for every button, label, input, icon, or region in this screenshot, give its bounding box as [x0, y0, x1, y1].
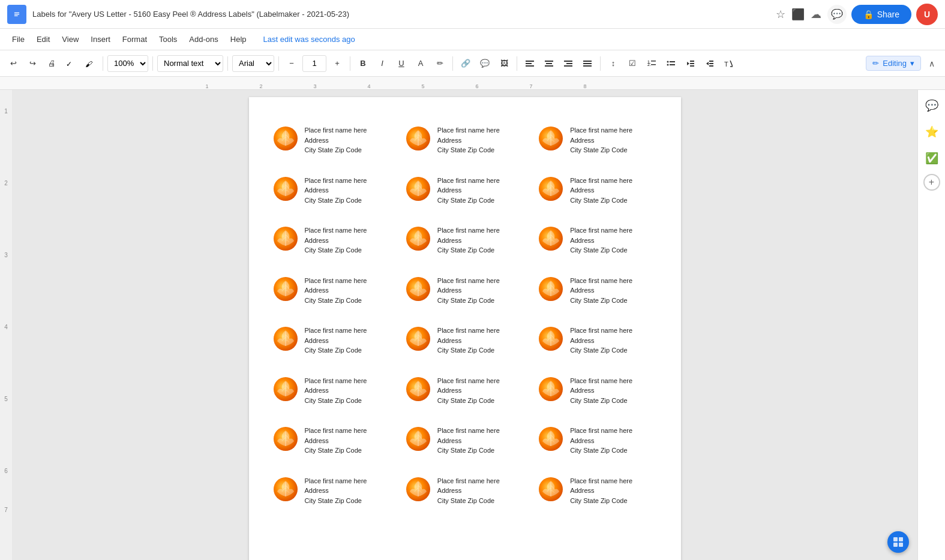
- label-cell-4-1[interactable]: Place first name here Address City State…: [398, 315, 531, 366]
- svg-rect-8: [526, 65, 534, 67]
- menu-format[interactable]: Format: [118, 32, 152, 46]
- label-icon-4-0: [272, 326, 299, 352]
- star-icon[interactable]: ☆: [776, 8, 785, 21]
- label-city-0-1: City State Zip Code: [437, 145, 500, 155]
- label-cell-6-0[interactable]: Place first name here Address City State…: [266, 416, 398, 466]
- paint-format-button[interactable]: 🖌: [82, 55, 98, 73]
- checklist-button[interactable]: ☑: [624, 55, 641, 73]
- menu-help[interactable]: Help: [226, 32, 251, 46]
- spellcheck-button[interactable]: ✓: [62, 55, 79, 73]
- label-cell-7-0[interactable]: Place first name here Address City State…: [266, 466, 398, 516]
- numbered-list-button[interactable]: 1.2.: [643, 55, 660, 73]
- label-address-2-2: Address: [570, 236, 632, 246]
- left-gutter: 1 2 3 4 5 6 7: [0, 90, 12, 560]
- insert-table-button[interactable]: [887, 531, 909, 553]
- label-text-7-1: Place first name here Address City State…: [437, 476, 500, 506]
- align-right-button[interactable]: [560, 55, 577, 73]
- font-size-increase-button[interactable]: +: [329, 55, 346, 73]
- menu-tools[interactable]: Tools: [154, 32, 182, 46]
- svg-rect-2: [14, 14, 19, 14]
- text-color-button[interactable]: A: [412, 55, 429, 73]
- label-cell-7-2[interactable]: Place first name here Address City State…: [531, 466, 664, 516]
- bulleted-list-button[interactable]: [662, 55, 679, 73]
- svg-rect-7: [526, 63, 532, 64]
- menu-file[interactable]: File: [7, 32, 29, 46]
- label-cell-5-1[interactable]: Place first name here Address City State…: [398, 366, 531, 416]
- style-select[interactable]: Normal text: [157, 55, 223, 72]
- divider-6: [452, 56, 453, 71]
- sidebar-add-button[interactable]: +: [923, 174, 940, 191]
- label-cell-3-0[interactable]: Place first name here Address City State…: [266, 266, 398, 316]
- page-number-7: 7: [0, 507, 12, 513]
- label-icon-1-1: [405, 176, 431, 202]
- print-button[interactable]: 🖨: [43, 55, 60, 73]
- label-name-2-0: Place first name here: [305, 225, 367, 236]
- label-cell-1-1[interactable]: Place first name here Address City State…: [398, 165, 531, 216]
- cloud-icon[interactable]: ☁: [811, 8, 821, 21]
- svg-rect-31: [709, 61, 713, 62]
- highlight-button[interactable]: ✏: [431, 55, 448, 73]
- redo-button[interactable]: ↪: [24, 55, 41, 73]
- label-cell-6-2[interactable]: Place first name here Address City State…: [531, 416, 664, 466]
- label-cell-7-1[interactable]: Place first name here Address City State…: [398, 466, 531, 516]
- svg-rect-6: [526, 61, 534, 62]
- italic-button[interactable]: I: [374, 55, 391, 73]
- label-cell-3-2[interactable]: Place first name here Address City State…: [531, 266, 664, 316]
- scroll-area[interactable]: Place first name here Address City State…: [12, 90, 917, 560]
- collapse-toolbar-button[interactable]: ∧: [923, 55, 940, 72]
- present-icon[interactable]: ⬛: [791, 8, 805, 21]
- image-button[interactable]: 🖼: [496, 55, 512, 73]
- editing-label: Editing: [883, 59, 907, 68]
- menu-insert[interactable]: Insert: [86, 32, 115, 46]
- label-cell-0-1[interactable]: Place first name here Address City State…: [398, 115, 531, 165]
- editing-mode-button[interactable]: ✏ Editing ▾: [866, 56, 921, 71]
- avatar[interactable]: U: [916, 4, 938, 25]
- label-cell-1-2[interactable]: Place first name here Address City State…: [531, 165, 664, 216]
- label-cell-6-1[interactable]: Place first name here Address City State…: [398, 416, 531, 466]
- label-cell-4-2[interactable]: Place first name here Address City State…: [531, 315, 664, 366]
- label-cell-5-2[interactable]: Place first name here Address City State…: [531, 366, 664, 416]
- sidebar-check-icon[interactable]: ✅: [921, 147, 943, 169]
- label-name-2-1: Place first name here: [437, 225, 500, 236]
- label-address-7-0: Address: [305, 486, 367, 496]
- label-name-1-0: Place first name here: [305, 176, 367, 186]
- share-button[interactable]: 🔒 Share: [851, 5, 911, 24]
- svg-rect-19: [651, 61, 656, 62]
- label-cell-4-0[interactable]: Place first name here Address City State…: [266, 315, 398, 366]
- menu-edit[interactable]: Edit: [32, 32, 55, 46]
- align-left-button[interactable]: [521, 55, 538, 73]
- label-cell-2-2[interactable]: Place first name here Address City State…: [531, 215, 664, 266]
- increase-indent-button[interactable]: [701, 55, 718, 73]
- underline-button[interactable]: U: [393, 55, 410, 73]
- label-cell-2-1[interactable]: Place first name here Address City State…: [398, 215, 531, 266]
- menu-addons[interactable]: Add-ons: [184, 32, 223, 46]
- bold-button[interactable]: B: [355, 55, 371, 73]
- comment-button[interactable]: 💬: [476, 55, 493, 73]
- svg-rect-15: [583, 61, 592, 62]
- font-size-decrease-button[interactable]: −: [283, 55, 300, 73]
- label-cell-2-0[interactable]: Place first name here Address City State…: [266, 215, 398, 266]
- label-cell-0-0[interactable]: Place first name here Address City State…: [266, 115, 398, 165]
- sidebar-star-icon[interactable]: ⭐: [921, 121, 943, 143]
- label-cell-3-1[interactable]: Place first name here Address City State…: [398, 266, 531, 316]
- sidebar-chat-icon[interactable]: 💬: [921, 95, 943, 116]
- undo-button[interactable]: ↩: [5, 55, 22, 73]
- menu-view[interactable]: View: [57, 32, 83, 46]
- zoom-select[interactable]: 100% 75% 125%: [107, 55, 148, 72]
- clear-format-button[interactable]: T: [720, 55, 737, 73]
- label-cell-1-0[interactable]: Place first name here Address City State…: [266, 165, 398, 216]
- label-icon-0-2: [538, 125, 564, 152]
- align-justify-button[interactable]: [579, 55, 596, 73]
- align-center-button[interactable]: [541, 55, 557, 73]
- chat-icon[interactable]: 💬: [827, 5, 847, 24]
- line-spacing-button[interactable]: ↕: [605, 55, 622, 73]
- decrease-indent-button[interactable]: [682, 55, 698, 73]
- label-cell-0-2[interactable]: Place first name here Address City State…: [531, 115, 664, 165]
- label-icon-6-0: [272, 426, 299, 452]
- link-button[interactable]: 🔗: [457, 55, 474, 73]
- font-size-input[interactable]: [302, 55, 326, 72]
- label-cell-5-0[interactable]: Place first name here Address City State…: [266, 366, 398, 416]
- label-city-7-0: City State Zip Code: [305, 496, 367, 506]
- font-select[interactable]: Arial: [232, 55, 274, 72]
- svg-text:2.: 2.: [647, 62, 651, 67]
